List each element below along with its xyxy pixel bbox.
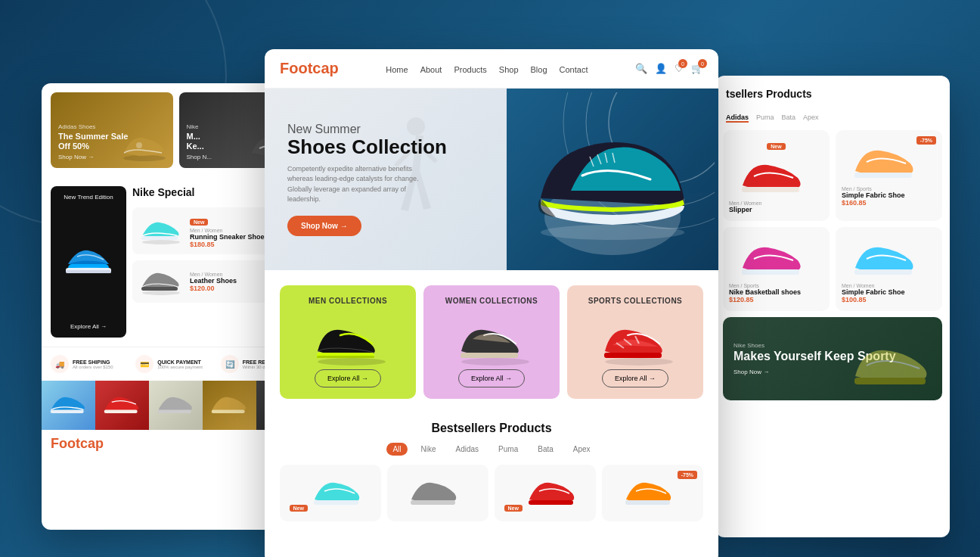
collection-men: MEN COLLECTIONS Explore All → (280, 285, 416, 399)
footer-logo-rest: ootcap (59, 436, 104, 451)
right-product-3-price: $120.85 (729, 296, 823, 303)
nav-shop[interactable]: Shop (499, 65, 519, 74)
filter-tab-nike[interactable]: Nike (415, 443, 442, 456)
brand-tab-puma[interactable]: Puma (756, 114, 774, 123)
nav-blog[interactable]: Blog (531, 65, 547, 74)
footer-logo-f: F (51, 436, 59, 451)
nav-contact[interactable]: Contact (560, 65, 588, 74)
nike-trend-box: New Trend Edition Explore All → (51, 186, 126, 338)
filter-tabs: All Nike Adidas Puma Bata Apex (280, 443, 703, 456)
svg-rect-32 (854, 173, 912, 178)
wishlist-badge: 0 (678, 59, 687, 68)
promo-banner-adidas[interactable]: Adidas Shoes The Summer SaleOff 50% Shop… (51, 92, 173, 168)
right-product-2-price: $160.85 (842, 199, 936, 207)
running-sneaker-info: New Men / Women Running Sneaker Shoes $1… (190, 213, 268, 248)
right-section-header: tsellers Products (715, 76, 950, 114)
svg-rect-33 (742, 269, 799, 275)
trend-shoe (62, 243, 115, 281)
wishlist-icon[interactable]: ♡ 0 (675, 63, 684, 74)
collection-women: WOMEN COLLECTIONS Explore All → (423, 285, 560, 399)
thumb-2[interactable] (95, 381, 149, 430)
nav-home[interactable]: Home (386, 65, 408, 74)
payment-title: QUICK PAYMENT (157, 359, 203, 365)
svg-rect-26 (604, 353, 662, 358)
right-promo-banner[interactable]: Nike Shoes Makes Yourself Keep Sporty Sh… (723, 317, 942, 400)
bestsellers-title: Bestsellers Products (280, 422, 703, 435)
svg-point-6 (142, 240, 180, 244)
men-collection-shoe (310, 316, 386, 362)
filter-tab-bata[interactable]: Bata (532, 443, 560, 456)
bestseller-4[interactable]: -75% (602, 465, 703, 521)
nav-products[interactable]: Products (454, 65, 486, 74)
thumb-3[interactable] (149, 381, 203, 430)
cart-badge: 0 (698, 59, 707, 68)
payment-text: QUICK PAYMENT 100% secure payment (157, 359, 203, 369)
svg-point-23 (461, 358, 529, 366)
right-product-3-cat: Men / Sports (729, 283, 823, 288)
filter-tab-apex[interactable]: Apex (567, 443, 597, 456)
svg-rect-10 (51, 409, 84, 413)
filter-tab-adidas[interactable]: Adidas (450, 443, 485, 456)
women-explore-button[interactable]: Explore All → (458, 369, 525, 387)
right-product-2-name: Simple Fabric Shoe (842, 191, 936, 199)
logo: Footcap (280, 60, 339, 77)
svg-point-25 (605, 358, 673, 366)
navbar: Footcap Home About Products Shop Blog Co… (265, 49, 718, 89)
sports-explore-button[interactable]: Explore All → (602, 369, 668, 387)
running-sneaker-cat: Men / Women (190, 228, 268, 233)
svg-point-19 (541, 225, 684, 240)
svg-rect-35 (854, 378, 926, 384)
sports-collection-label: SPORTS COLLECTIONS (588, 297, 683, 305)
right-product-1[interactable]: New Men / Women Slipper (723, 130, 830, 221)
men-collection-label: MEN COLLECTIONS (309, 297, 387, 305)
product-row-1: New Men / Women Slipper -75% Men / Sport… (723, 130, 942, 221)
thumb-1[interactable] (42, 381, 95, 430)
right-product-1-cat: Men / Women (729, 201, 823, 206)
bestseller-1[interactable]: New (280, 465, 381, 521)
filter-tab-all[interactable]: All (386, 443, 407, 456)
logo-text: ootcap (289, 60, 339, 76)
right-product-3[interactable]: Men / Sports Nike Basketball shoes $120.… (723, 227, 830, 311)
logo-letter-f: F (280, 60, 289, 76)
trend-explore[interactable]: Explore All → (70, 323, 107, 330)
right-card: tsellers Products Adidas Puma Bata Apex … (715, 76, 950, 537)
badge-1: New (290, 505, 308, 512)
filter-tab-puma[interactable]: Puma (492, 443, 524, 456)
trend-label: New Trend Edition (64, 194, 113, 201)
right-product-4[interactable]: Men / Women Simple Fabric Shoe $100.85 (836, 227, 942, 311)
right-product-4-cat: Men / Women (842, 283, 936, 288)
promo-badge-adidas: Adidas Shoes (58, 123, 166, 130)
brand-tab-bata[interactable]: Bata (782, 114, 796, 123)
thumb-4[interactable] (203, 381, 256, 430)
shipping-title: FREE SHIPING (73, 359, 113, 365)
return-icon: 🔄 (221, 355, 239, 373)
cart-icon[interactable]: 🛒 0 (691, 63, 703, 74)
hero-description: Competently expedite alternative benefit… (287, 164, 423, 205)
brand-tabs: Adidas Puma Bata Apex (715, 114, 950, 130)
hero-cta-button[interactable]: Shop Now → (287, 216, 361, 236)
brand-tab-adidas[interactable]: Adidas (726, 114, 749, 123)
main-card: Footcap Home About Products Shop Blog Co… (265, 49, 718, 557)
leather-price: $120.00 (190, 285, 237, 292)
right-section-title: tsellers Products (726, 88, 939, 100)
collection-cards: MEN COLLECTIONS Explore All → WOMEN COLL… (280, 285, 703, 399)
shipping-icon: 🚚 (51, 355, 69, 373)
svg-rect-29 (529, 500, 573, 505)
women-collection-shoe (454, 316, 529, 362)
payment-icon: 💳 (135, 355, 154, 373)
badge-3: New (504, 505, 523, 512)
nav-actions: 🔍 👤 ♡ 0 🛒 0 (635, 63, 703, 74)
feature-payment: 💳 QUICK PAYMENT 100% secure payment (135, 355, 216, 373)
svg-rect-31 (742, 187, 799, 192)
men-explore-button[interactable]: Explore All → (315, 369, 381, 387)
svg-rect-13 (212, 409, 245, 413)
svg-rect-24 (461, 353, 518, 358)
nav-about[interactable]: About (420, 65, 442, 74)
search-icon[interactable]: 🔍 (635, 63, 647, 74)
bestseller-3[interactable]: New (495, 465, 596, 521)
svg-rect-11 (104, 409, 138, 413)
bestseller-2[interactable] (387, 465, 488, 521)
brand-tab-apex[interactable]: Apex (803, 114, 819, 123)
right-product-2[interactable]: -75% Men / Sports Simple Fabric Shoe $16… (836, 130, 942, 221)
user-icon[interactable]: 👤 (655, 63, 667, 74)
